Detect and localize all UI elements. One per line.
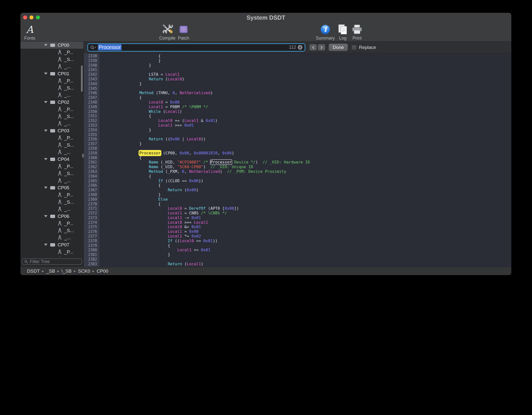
filter-bar: Filter Tree bbox=[20, 257, 83, 267]
method-compass-icon bbox=[57, 64, 62, 69]
disclosure-triangle-icon[interactable] bbox=[44, 215, 47, 217]
tree-child-item[interactable]: _... bbox=[20, 91, 83, 99]
method-compass-icon bbox=[57, 92, 62, 98]
tree-item-cp04[interactable]: CP04 bbox=[20, 156, 83, 163]
search-input[interactable]: Processor 112 ✕ bbox=[87, 43, 305, 52]
tree-child-item[interactable]: _P... bbox=[20, 106, 83, 113]
tree-item-label: CP02 bbox=[58, 100, 69, 105]
tree-item-cp07[interactable]: CP07 bbox=[20, 241, 83, 248]
tree-child-label: _... bbox=[64, 207, 71, 212]
replace-checkbox[interactable] bbox=[352, 45, 357, 50]
done-button[interactable]: Done bbox=[329, 44, 348, 51]
compile-label: Compile bbox=[159, 36, 175, 41]
code-line: 2342 LSTA = Local1 bbox=[84, 72, 511, 77]
filter-tree-input[interactable]: Filter Tree bbox=[22, 258, 82, 265]
previous-match-button[interactable] bbox=[309, 44, 317, 51]
scope-icon bbox=[50, 72, 55, 76]
breadcrumb-item[interactable]: CP00 bbox=[97, 268, 109, 274]
code-line: 2379 { bbox=[84, 243, 511, 248]
tree-child-label: _P... bbox=[64, 249, 73, 255]
code-line: 2374 Local0 >>= Local1 bbox=[84, 220, 511, 225]
line-number: 2370 bbox=[84, 202, 99, 207]
tree-child-item[interactable]: _... bbox=[20, 234, 83, 241]
disclosure-triangle-icon[interactable] bbox=[44, 244, 47, 246]
breadcrumb-item[interactable]: _SB bbox=[46, 268, 55, 274]
tree-item-cp02[interactable]: CP02 bbox=[20, 99, 83, 106]
code-line: 2370 { bbox=[84, 202, 511, 207]
code-text bbox=[99, 133, 101, 137]
disclosure-triangle-icon[interactable] bbox=[44, 130, 47, 132]
tree-child-item[interactable]: _... bbox=[20, 120, 83, 127]
code-line: 2358 bbox=[84, 146, 511, 151]
tree-item-cp06[interactable]: CP06 bbox=[20, 213, 83, 220]
method-compass-icon bbox=[57, 57, 62, 62]
tree-item-cp00[interactable]: CP00 bbox=[20, 42, 83, 49]
line-number: 2348 bbox=[84, 100, 99, 105]
tree-child-item[interactable]: _S... bbox=[20, 227, 83, 234]
code-line: 2377 Local1 *= 0x02 bbox=[84, 234, 511, 239]
tree-child-item[interactable]: _... bbox=[20, 63, 83, 70]
titlebar: System DSDT bbox=[20, 13, 511, 22]
tree-child-item[interactable]: _S... bbox=[20, 141, 83, 148]
method-compass-icon bbox=[57, 114, 62, 119]
tree-child-item[interactable]: _... bbox=[20, 148, 83, 156]
tree-child-item[interactable]: _P... bbox=[20, 248, 83, 255]
code-line: 2363 Method (_PXM, 0, NotSerialized) // … bbox=[84, 169, 511, 174]
code-text: Return (Local1) bbox=[99, 262, 203, 267]
tree-child-item[interactable]: _... bbox=[20, 206, 83, 213]
code-lines: 2338 {2339 }2340 }23412342 LSTA = Local1… bbox=[84, 54, 511, 267]
patch-button[interactable]: Patch bbox=[174, 22, 193, 41]
app-window: System DSDT A Fonts Compile bbox=[20, 13, 511, 275]
tree-child-item[interactable]: _P... bbox=[20, 220, 83, 227]
patch-icon bbox=[178, 23, 189, 36]
summary-button[interactable]: i Summary bbox=[314, 22, 337, 41]
clear-search-button[interactable]: ✕ bbox=[298, 45, 302, 50]
line-number: 2382 bbox=[84, 257, 99, 262]
tree-item-cp01[interactable]: CP01 bbox=[20, 70, 83, 77]
tree-child-label: _P... bbox=[64, 107, 73, 112]
tree-item-cp03[interactable]: CP03 bbox=[20, 127, 83, 134]
disclosure-triangle-icon[interactable] bbox=[44, 44, 47, 46]
breadcrumb-item[interactable]: SCK0 bbox=[78, 268, 90, 274]
tree-child-item[interactable]: _S... bbox=[20, 113, 83, 120]
tree-item-label: CP04 bbox=[58, 157, 69, 162]
tree-child-item[interactable]: _P... bbox=[20, 191, 83, 198]
line-number: 2362 bbox=[84, 165, 99, 169]
method-compass-icon bbox=[57, 121, 62, 126]
fonts-label: Fonts bbox=[24, 36, 35, 41]
line-number: 2368 bbox=[84, 193, 99, 197]
code-text: Local1 *= 0x02 bbox=[99, 234, 201, 239]
breadcrumb-item[interactable]: DSDT bbox=[27, 268, 40, 274]
code-text: Name (_UID, "SCK0-CP00") // _UID: Unique… bbox=[99, 165, 253, 169]
tree-child-item[interactable]: _S... bbox=[20, 56, 83, 63]
log-label: Log bbox=[339, 36, 346, 41]
code-editor[interactable]: 2338 {2339 }2340 }23412342 LSTA = Local1… bbox=[84, 53, 511, 267]
line-number: 2369 bbox=[84, 197, 99, 202]
tree-child-item[interactable]: _P... bbox=[20, 49, 83, 56]
print-button[interactable]: Print bbox=[349, 22, 365, 41]
disclosure-triangle-icon[interactable] bbox=[44, 158, 47, 160]
line-number: 2379 bbox=[84, 243, 99, 248]
disclosure-triangle-icon[interactable] bbox=[44, 187, 47, 189]
code-line: 2347 { bbox=[84, 95, 511, 100]
code-line: 2362 Name (_UID, "SCK0-CP00") // _UID: U… bbox=[84, 165, 511, 169]
disclosure-triangle-icon[interactable] bbox=[44, 73, 47, 75]
log-button[interactable]: Log bbox=[335, 22, 351, 41]
disclosure-triangle-icon[interactable] bbox=[44, 101, 47, 103]
tree-child-item[interactable]: _S... bbox=[20, 198, 83, 206]
breadcrumb-item[interactable]: \_SB bbox=[62, 268, 72, 274]
tree-child-item[interactable]: _P... bbox=[20, 77, 83, 84]
fonts-button[interactable]: A Fonts bbox=[20, 22, 39, 41]
tree-item-label: CP07 bbox=[58, 242, 69, 248]
tree-child-item[interactable]: _... bbox=[20, 177, 83, 184]
tree-child-item[interactable]: _P... bbox=[20, 163, 83, 170]
code-line: 2341 bbox=[84, 68, 511, 72]
tree-child-item[interactable]: _S... bbox=[20, 84, 83, 91]
tree-child-item[interactable]: _S... bbox=[20, 170, 83, 177]
sidebar-scrollbar[interactable] bbox=[81, 65, 83, 92]
tree-child-item[interactable]: _P... bbox=[20, 134, 83, 141]
code-line: 2365 If ((CLOD == 0x00)) bbox=[84, 179, 511, 183]
scope-icon bbox=[50, 186, 55, 190]
next-match-button[interactable] bbox=[318, 44, 325, 51]
tree-item-cp05[interactable]: CP05 bbox=[20, 184, 83, 191]
